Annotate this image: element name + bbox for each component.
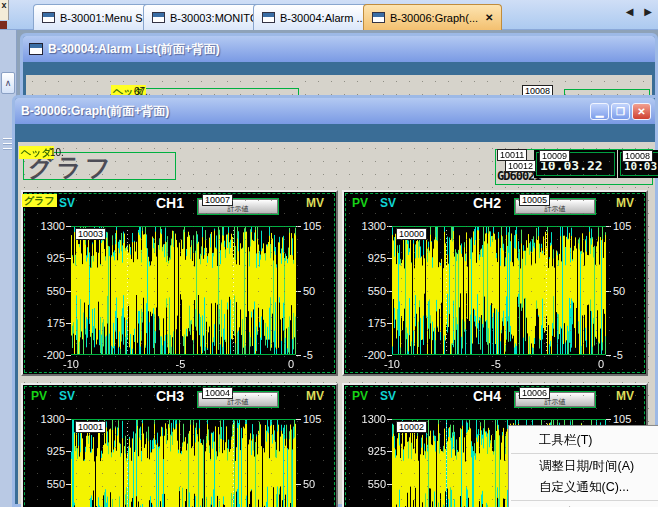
menu-item-3[interactable]: 自定义通知(C)...: [509, 477, 658, 498]
button-id-chip: 10004: [202, 387, 233, 399]
plot-id-chip: 10003: [75, 228, 106, 240]
document-icon: [152, 12, 165, 23]
trend-trace-canvas: [71, 226, 296, 355]
mv-legend-label: MV: [306, 389, 324, 403]
pv-legend-label: PV: [352, 389, 368, 403]
dock-collapse-button[interactable]: ∧: [1, 72, 15, 94]
menu-item-2[interactable]: 调整日期/时间(A): [509, 456, 658, 477]
plot-area: [71, 226, 296, 355]
button-id-chip: 10007: [202, 194, 233, 206]
date-display-id-chip: 10009: [539, 150, 570, 162]
tab-label: B-30006:Graph(...: [390, 12, 478, 24]
clipped-icon-fragment: [0, 21, 7, 29]
channel-name-label: CH4: [473, 388, 501, 404]
context-menu: 工具栏(T)▶调整日期/时间(A)自定义通知(C)...层叠窗口(S): [508, 425, 658, 507]
document-icon: [262, 12, 275, 23]
graph-window-title: B-30006:Graph(前面+背面): [21, 103, 169, 120]
y-axis-right-tick: -5: [303, 349, 313, 361]
x-axis-tick: -5: [491, 358, 501, 370]
clipped-tab-fragment: x: [0, 0, 9, 20]
mv-legend-label: MV: [306, 196, 324, 210]
document-tab-4[interactable]: B-30006:Graph(...✕: [363, 4, 502, 30]
y-axis-left-tick: 550: [31, 478, 65, 490]
y-axis-left-tick: 925: [352, 445, 386, 457]
plot-id-chip: 10000: [396, 228, 427, 240]
close-button[interactable]: ✕: [632, 103, 651, 120]
graph-part-tag: グラフ: [22, 194, 57, 207]
sv-legend-label: SV: [59, 196, 75, 210]
tab-label: B-30004:Alarm ...: [280, 12, 366, 24]
time-display-id-chip: 10008: [622, 150, 653, 162]
y-axis-left-tick: 550: [352, 478, 386, 490]
plot-id-chip: 10002: [396, 421, 427, 433]
graph-titlebar[interactable]: B-30006:Graph(前面+背面) ▁ ❐ ✕: [15, 98, 655, 124]
id-chip-10012: 10012: [505, 160, 536, 172]
x-axis-tick: 0: [598, 358, 604, 370]
sv-legend-label: SV: [59, 389, 75, 403]
y-axis-left-tick: 1300: [352, 413, 386, 425]
y-axis-left-tick: 925: [352, 252, 386, 264]
maximize-button[interactable]: ❐: [611, 103, 630, 120]
y-axis-left-tick: -200: [352, 349, 386, 361]
button-id-chip: 10005: [519, 194, 550, 206]
y-axis-left-tick: 175: [31, 317, 65, 329]
menu-separator: [511, 453, 658, 454]
y-axis-left-tick: 1300: [31, 220, 65, 232]
menu-item-0[interactable]: 工具栏(T)▶: [509, 430, 658, 451]
y-axis-right-tick: 50: [303, 478, 315, 490]
tab-label: B-30001:Menu S...: [60, 12, 152, 24]
channel-name-label: CH2: [473, 195, 501, 211]
y-axis-left-tick: 1300: [352, 220, 386, 232]
part-number: 10.: [50, 147, 64, 158]
y-axis-right-tick: 50: [303, 285, 315, 297]
x-axis-tick: -10: [384, 358, 400, 370]
trend-trace-canvas: [392, 226, 606, 355]
plot-id-chip: 10001: [75, 421, 106, 433]
header-part-tag: ヘッダ: [19, 146, 54, 159]
y-axis-left-tick: 550: [352, 285, 386, 297]
alarm-list-title: B-30004:Alarm List(前面+背面): [48, 41, 220, 58]
mv-legend-label: MV: [616, 389, 634, 403]
channel-name-label: CH3: [156, 388, 184, 404]
trend-graph-ch2[interactable]: PVSVCH2MV計示値10005100001300925550175-2001…: [342, 190, 648, 376]
y-axis-left-tick: -200: [31, 349, 65, 361]
channel-name-label: CH1: [156, 195, 184, 211]
tab-scroll-buttons[interactable]: ◀ ▶: [626, 6, 656, 17]
y-axis-left-tick: 550: [31, 285, 65, 297]
y-axis-left-tick: 1300: [31, 413, 65, 425]
alarm-list-titlebar[interactable]: B-30004:Alarm List(前面+背面): [23, 36, 655, 62]
y-axis-right-tick: 50: [613, 285, 625, 297]
x-axis-tick: -5: [176, 358, 186, 370]
window-icon: [29, 43, 43, 55]
menu-separator: [511, 500, 658, 501]
pv-legend-label: PV: [31, 389, 47, 403]
sv-legend-label: SV: [380, 389, 396, 403]
y-axis-right-tick: 105: [613, 220, 631, 232]
y-axis-right-tick: 105: [303, 413, 321, 425]
document-icon: [42, 12, 55, 23]
document-tab-bar: B-30001:Menu S...✕B-30003:MONITO...✕B-30…: [0, 0, 658, 30]
button-id-chip: 10006: [519, 387, 550, 399]
y-axis-right-tick: -5: [613, 349, 623, 361]
trend-graph-ch3[interactable]: PVSVCH3MV計示値10004100011300925550175-2001…: [21, 383, 338, 507]
document-icon: [372, 12, 385, 23]
pv-legend-label: PV: [352, 196, 368, 210]
y-axis-right-tick: 105: [303, 220, 321, 232]
minimize-button[interactable]: ▁: [590, 103, 609, 120]
x-axis-tick: -10: [63, 358, 79, 370]
y-axis-left-tick: 925: [31, 252, 65, 264]
x-axis-tick: 0: [288, 358, 294, 370]
y-axis-left-tick: 925: [31, 445, 65, 457]
sv-legend-label: SV: [380, 196, 396, 210]
y-axis-right-tick: 105: [613, 413, 631, 425]
menu-item-5[interactable]: 层叠窗口(S): [509, 503, 658, 507]
plot-area: [392, 226, 606, 355]
tab-close-icon[interactable]: ✕: [485, 12, 493, 23]
mv-legend-label: MV: [616, 196, 634, 210]
y-axis-left-tick: 175: [352, 317, 386, 329]
screen-editor-root: B-30001:Menu S...✕B-30003:MONITO...✕B-30…: [0, 0, 658, 507]
trend-graph-ch1[interactable]: PVSVCH1MV計示値10007100031300925550175-2001…: [21, 190, 338, 376]
